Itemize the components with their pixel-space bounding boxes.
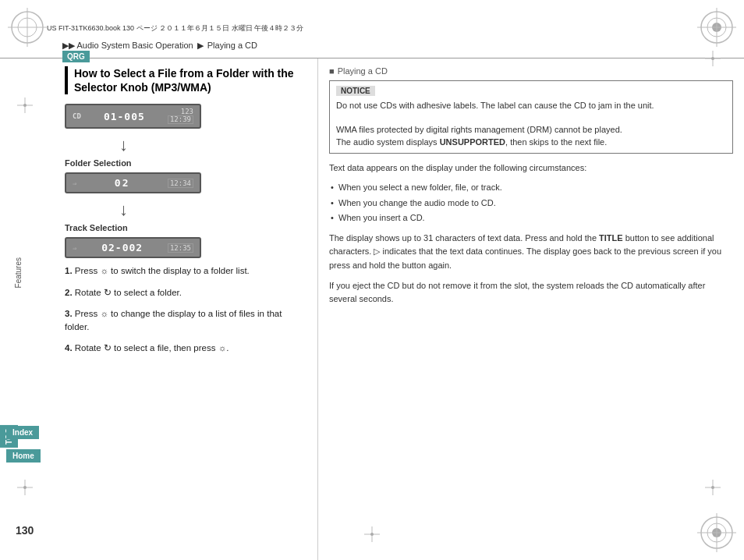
para-eject: If you eject the CD but do not remove it…	[329, 279, 733, 307]
list-item-2: When you change the audio mode to CD.	[329, 197, 733, 211]
section-title: How to Select a File from a Folder with …	[65, 66, 306, 94]
display3-center: 02-002	[101, 242, 143, 253]
left-column: How to Select a File from a Folder with …	[53, 58, 318, 560]
unsupported-bold: UNSUPPORTED	[440, 137, 505, 147]
track-selection-label: Track Selection	[65, 223, 306, 232]
header: US FIT-31TK6630.book 130 ページ ２０１１年６月１５日 …	[0, 0, 744, 58]
list-item-1: When you select a new folder, file, or t…	[329, 181, 733, 195]
breadcrumb: ▶▶ Audio System Basic Operation ▶ Playin…	[62, 41, 257, 51]
svg-point-26	[23, 486, 27, 489]
display-1: CD 01-005 123 12:39	[65, 104, 201, 129]
title-bold: TITLE	[599, 233, 623, 243]
display2-icon: ⇒	[73, 179, 76, 187]
display-2: ⇒ 02 12:34	[65, 172, 201, 193]
step-1: 1. Press ☼ to switch the display to a fo…	[65, 264, 306, 278]
right-body: Text data appears on the display under t…	[329, 161, 733, 307]
left-crosshair-bottom	[17, 480, 33, 498]
features-label: Features	[14, 257, 23, 288]
step-3: 3. Press ☼ to change the display to a li…	[65, 307, 306, 335]
breadcrumb-part1: Audio System Basic Operation	[76, 41, 193, 50]
display3-right: 12:35	[168, 244, 193, 252]
display-3: ⇒ 02-002 12:35	[65, 237, 201, 258]
sidebar: TOC Features Index Home 130	[0, 58, 53, 560]
right-crosshair-bottom	[705, 480, 721, 498]
left-crosshair-top	[17, 97, 33, 115]
right-panel-header: ■ Playing a CD	[329, 66, 733, 76]
notice-box: NOTICE Do not use CDs with adhesive labe…	[329, 80, 733, 154]
step-2: 2. Rotate ↻ to select a folder.	[65, 286, 306, 299]
display2-right: 12:34	[168, 179, 193, 187]
breadcrumb-arrows: ▶▶	[62, 41, 75, 50]
main-content: How to Select a File from a Folder with …	[53, 58, 744, 560]
display2-center: 02	[115, 177, 130, 189]
diagram-area: CD 01-005 123 12:39 ↓ Folder Selection ⇒…	[65, 104, 306, 258]
right-crosshair-top	[705, 51, 721, 69]
breadcrumb-arrow2: ▶	[197, 41, 204, 50]
para-circumstances: Text data appears on the display under t…	[329, 161, 733, 175]
steps-area: 1. Press ☼ to switch the display to a fo…	[65, 264, 306, 355]
circumstances-list: When you select a new folder, file, or t…	[329, 181, 733, 225]
svg-point-32	[711, 486, 714, 489]
display3-icon: ⇒	[73, 244, 76, 252]
notice-text-2: WMA files protected by digital rights ma…	[336, 123, 726, 149]
breadcrumb-part2: Playing a CD	[207, 41, 257, 50]
folder-selection-label: Folder Selection	[65, 158, 306, 168]
notice-text-1: Do not use CDs with adhesive labels. The…	[336, 99, 726, 112]
header-file-info: US FIT-31TK6630.book 130 ページ ２０１１年６月１５日 …	[47, 23, 697, 34]
list-item-3: When you insert a CD.	[329, 211, 733, 225]
step-4: 4. Rotate ↻ to select a file, then press…	[65, 342, 306, 355]
home-badge[interactable]: Home	[6, 449, 41, 463]
para-title-button: The display shows up to 31 characters of…	[329, 232, 733, 273]
arrow-down-2: ↓	[119, 200, 306, 220]
bookmark-icon: ■	[329, 66, 335, 76]
arrow-down-1: ↓	[119, 135, 306, 155]
index-badge[interactable]: Index	[6, 426, 39, 439]
display1-right: 123 12:39	[168, 108, 193, 124]
display1-center: 01-005	[104, 111, 145, 122]
page-number: 130	[16, 524, 34, 537]
display1-left: CD	[73, 112, 81, 120]
svg-point-29	[711, 57, 714, 60]
notice-title: NOTICE	[336, 86, 375, 96]
svg-point-23	[23, 104, 27, 107]
right-column: ■ Playing a CD NOTICE Do not use CDs wit…	[318, 58, 744, 560]
